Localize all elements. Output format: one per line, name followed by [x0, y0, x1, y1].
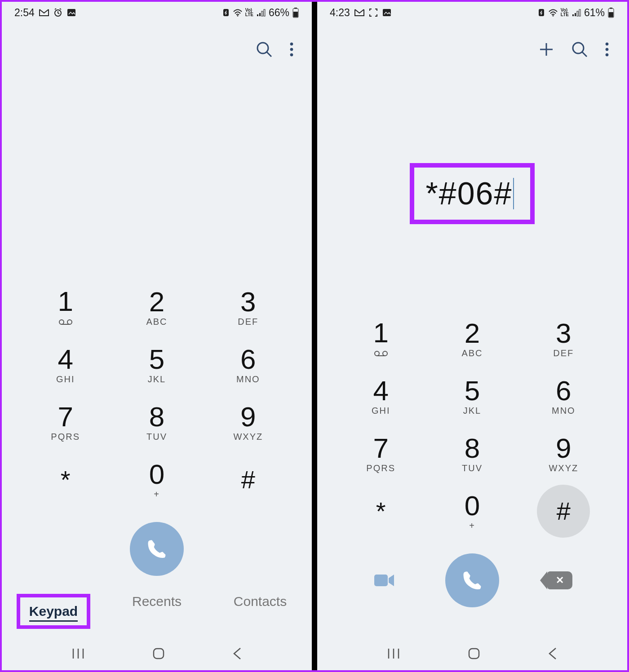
nav-back-icon[interactable] — [548, 647, 558, 662]
svg-rect-26 — [610, 8, 612, 9]
call-action-row — [2, 517, 312, 589]
svg-point-29 — [606, 43, 608, 45]
navigation-bar — [2, 639, 312, 670]
nav-home-icon[interactable] — [467, 647, 481, 662]
svg-point-12 — [290, 43, 293, 45]
svg-point-33 — [383, 351, 387, 356]
tab-contacts[interactable]: Contacts — [208, 594, 312, 629]
status-time: 4:23 — [330, 7, 350, 19]
wifi-icon — [233, 9, 243, 17]
status-time: 2:54 — [14, 7, 35, 19]
volte-icon: Vo)LTE — [561, 8, 569, 17]
tab-keypad[interactable]: Keypad — [2, 594, 105, 629]
signal-icon — [571, 9, 581, 17]
svg-rect-4 — [257, 14, 258, 16]
screenshot-divider — [312, 2, 317, 670]
key-8[interactable]: 8TUV — [111, 393, 202, 451]
key-7[interactable]: 7PQRS — [335, 425, 426, 482]
dialed-display[interactable]: *#06# — [317, 77, 627, 310]
powershare-icon — [222, 8, 230, 17]
search-icon[interactable] — [571, 40, 589, 60]
dialed-number: *#06# — [426, 176, 513, 212]
key-0[interactable]: 0+ — [111, 451, 202, 508]
svg-point-11 — [257, 43, 268, 53]
spacer — [317, 621, 627, 639]
wifi-icon — [548, 9, 558, 17]
svg-rect-19 — [539, 9, 544, 16]
svg-point-32 — [375, 351, 379, 356]
battery-percent: 66% — [269, 7, 289, 19]
key-1[interactable]: 1 — [335, 310, 426, 367]
key-8[interactable]: 8TUV — [426, 425, 518, 482]
key-2[interactable]: 2ABC — [426, 310, 518, 367]
nav-recents-icon[interactable] — [387, 648, 400, 661]
navigation-bar — [317, 639, 627, 670]
add-icon[interactable] — [538, 41, 554, 59]
svg-rect-6 — [261, 11, 263, 16]
svg-rect-23 — [577, 11, 578, 16]
key-4[interactable]: 4GHI — [335, 367, 426, 425]
battery-icon — [607, 7, 615, 18]
key-6[interactable]: 6MNO — [518, 367, 609, 425]
key-5[interactable]: 5JKL — [426, 367, 518, 425]
svg-rect-7 — [264, 9, 265, 16]
key-9[interactable]: 9WXYZ — [518, 425, 609, 482]
video-call-button[interactable] — [358, 553, 412, 607]
svg-rect-35 — [469, 649, 479, 659]
key-hash[interactable]: # — [203, 451, 294, 508]
backspace-button[interactable]: ✕ — [533, 553, 587, 607]
svg-point-20 — [552, 15, 554, 17]
key-6[interactable]: 6MNO — [203, 336, 294, 393]
dialer-keypad: 1 2ABC 3DEF 4GHI 5JKL 6MNO 7PQRS 8TUV 9W… — [2, 279, 312, 517]
alarm-icon — [53, 8, 62, 17]
svg-rect-22 — [575, 13, 576, 16]
key-4[interactable]: 4GHI — [20, 336, 111, 393]
tab-recents[interactable]: Recents — [105, 594, 208, 629]
key-star[interactable]: * — [20, 451, 111, 508]
svg-rect-24 — [579, 9, 580, 16]
key-7[interactable]: 7PQRS — [20, 393, 111, 451]
call-button[interactable] — [445, 553, 499, 607]
voicemail-icon — [374, 349, 388, 359]
key-2[interactable]: 2ABC — [111, 279, 202, 336]
battery-percent: 61% — [584, 7, 605, 19]
powershare-icon — [537, 8, 545, 17]
battery-icon — [292, 7, 299, 18]
scan-icon — [369, 8, 378, 17]
more-options-icon[interactable] — [605, 40, 609, 60]
dialed-highlight-annotation: *#06# — [410, 163, 535, 224]
search-icon[interactable] — [255, 40, 273, 60]
more-options-icon[interactable] — [289, 40, 294, 60]
svg-rect-21 — [572, 14, 574, 16]
key-1[interactable]: 1 — [20, 279, 111, 336]
key-5[interactable]: 5JKL — [111, 336, 202, 393]
key-star[interactable]: * — [335, 482, 426, 540]
voicemail-icon — [58, 317, 73, 327]
svg-point-14 — [290, 53, 293, 56]
nav-back-icon[interactable] — [232, 647, 242, 662]
phone-screenshot-right: 4:23 Vo)LTE 61% *#06# 1 2ABC 3DEF — [317, 2, 627, 670]
svg-rect-17 — [154, 649, 164, 659]
key-3[interactable]: 3DEF — [518, 310, 609, 367]
key-9[interactable]: 9WXYZ — [203, 393, 294, 451]
call-button[interactable] — [130, 522, 184, 576]
phone-screenshot-left: 2:54 Vo)LTE 66% 1 2ABC 3DEF 4GHI 5JKL 6M… — [2, 2, 312, 670]
svg-point-16 — [67, 320, 72, 324]
svg-point-31 — [606, 53, 608, 56]
svg-rect-5 — [259, 13, 261, 16]
svg-rect-2 — [223, 9, 229, 16]
call-action-row: ✕ — [317, 549, 627, 621]
gallery-icon — [67, 9, 76, 17]
gmail-icon — [39, 9, 49, 17]
nav-recents-icon[interactable] — [71, 648, 85, 661]
nav-home-icon[interactable] — [152, 647, 165, 662]
status-bar: 2:54 Vo)LTE 66% — [2, 2, 312, 23]
svg-point-28 — [573, 43, 584, 53]
dialed-display — [2, 77, 312, 279]
gallery-icon — [382, 9, 391, 17]
key-3[interactable]: 3DEF — [203, 279, 294, 336]
svg-point-15 — [59, 320, 64, 324]
svg-rect-27 — [609, 12, 613, 17]
key-hash[interactable]: # — [518, 482, 609, 540]
key-0[interactable]: 0+ — [426, 482, 518, 540]
